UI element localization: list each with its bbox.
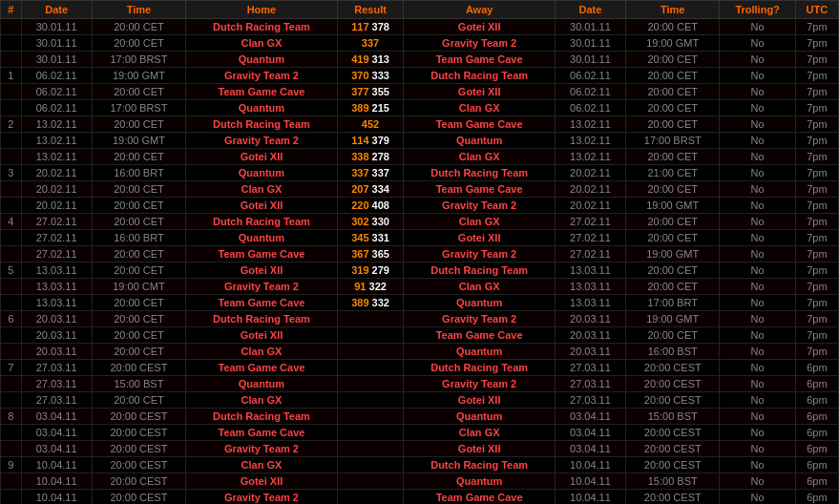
cell-col-date: 10.04.11 [21,490,92,505]
col-header-result: Result [337,1,404,19]
cell-col-time: 20:00 CEST [92,490,186,505]
cell-col-utc: 6pm [795,409,838,425]
cell-col-utc: 6pm [795,490,838,505]
result-cell [337,425,404,441]
cell-col-time: 20:00 CEST [625,392,720,409]
cell-col-date: 06.02.11 [555,84,625,100]
cell-col-home: Gravity Team 2 [186,68,337,84]
cell-col-home: Quantum [186,100,337,116]
cell-col-time: 20:00 CET [92,262,186,279]
cell-col-away: Quantum [404,295,555,311]
table-row: 20.03.1120:00 CETGotei XIITeam Game Cave… [1,327,839,344]
table-row: 30.01.1117:00 BRSTQuantum419 313Team Gam… [1,52,839,68]
table-row: 20.02.1120:00 CETClan GX207 334Team Game… [1,181,839,198]
cell-col-home: Clan GX [186,344,337,360]
cell-col-utc: 7pm [795,230,838,246]
cell-col-date: 03.04.11 [21,441,92,457]
cell-col-home: Quantum [186,165,337,181]
table-row: 27.03.1115:00 BSTQuantumGravity Team 227… [1,376,839,392]
table-row: 03.04.1120:00 CESTTeam Game CaveClan GX0… [1,425,839,441]
cell-col-trolling: No [720,214,795,230]
cell-col-time: 15:00 BST [92,376,186,392]
cell-col-date: 03.04.11 [21,425,92,441]
cell-col-utc: 7pm [795,295,838,311]
cell-col-date: 30.01.11 [21,35,92,52]
cell-col-utc: 6pm [795,473,838,490]
cell-col-date: 30.01.11 [555,35,625,52]
cell-col-date: 20.02.11 [21,198,92,214]
table-row: 10.04.1120:00 CESTGotei XIIQuantum10.04.… [1,473,839,490]
result-cell [337,409,404,425]
cell-col-date: 20.02.11 [21,165,92,181]
cell-col-trolling: No [720,441,795,457]
cell-col-date: 27.02.11 [21,214,92,230]
table-row: 727.03.1120:00 CESTTeam Game CaveDutch R… [1,360,839,376]
result-cell [337,344,404,360]
table-row: 30.01.1120:00 CETDutch Racing Team117 37… [1,19,839,35]
cell-col-time: 21:00 CET [625,165,720,181]
cell-col-trolling: No [720,19,795,35]
cell-col-date: 13.02.11 [555,116,625,133]
cell-col-utc: 7pm [795,344,838,360]
cell-col-num [1,295,22,311]
cell-col-away: Gotei XII [404,441,555,457]
col-header-date: Date [21,1,92,19]
cell-col-utc: 7pm [795,84,838,100]
cell-col-utc: 6pm [795,441,838,457]
result-cell [337,311,404,327]
cell-col-num [1,230,22,246]
result-cell: 367 365 [337,246,404,262]
cell-col-utc: 7pm [795,35,838,52]
cell-col-date: 06.02.11 [21,84,92,100]
result-cell [337,473,404,490]
cell-col-trolling: No [720,133,795,149]
cell-col-away: Team Game Cave [404,490,555,505]
cell-col-home: Clan GX [186,392,337,409]
cell-col-utc: 6pm [795,457,838,473]
table-row: 513.03.1120:00 CETGotei XII319 279Dutch … [1,262,839,279]
cell-col-time: 20:00 CET [92,116,186,133]
cell-col-away: Team Game Cave [404,52,555,68]
cell-col-date: 13.02.11 [555,149,625,165]
result-cell: 370 333 [337,68,404,84]
cell-col-home: Gravity Team 2 [186,490,337,505]
cell-col-away: Gravity Team 2 [404,246,555,262]
cell-col-trolling: No [720,279,795,295]
cell-col-trolling: No [720,295,795,311]
cell-col-time: 20:00 CET [92,344,186,360]
cell-col-time: 19:00 GMT [625,246,720,262]
cell-col-num: 1 [1,68,22,84]
cell-col-num [1,425,22,441]
cell-col-time: 20:00 CEST [92,441,186,457]
col-header-away: Away [404,1,555,19]
cell-col-num: 2 [1,116,22,133]
cell-col-time: 17:00 BRST [92,52,186,68]
cell-col-home: Gotei XII [186,198,337,214]
table-row: 13.02.1120:00 CETGotei XII338 278Clan GX… [1,149,839,165]
cell-col-home: Gotei XII [186,327,337,344]
cell-col-num [1,133,22,149]
cell-col-date: 20.03.11 [21,327,92,344]
cell-col-away: Clan GX [404,425,555,441]
cell-col-away: Gotei XII [404,19,555,35]
table-row: 13.02.1119:00 GMTGravity Team 2114 379Qu… [1,133,839,149]
table-row: 13.03.1119:00 CMTGravity Team 291 322Cla… [1,279,839,295]
result-cell: 345 331 [337,230,404,246]
cell-col-date: 27.02.11 [555,214,625,230]
cell-col-home: Quantum [186,230,337,246]
cell-col-away: Dutch Racing Team [404,360,555,376]
table-row: 320.02.1116:00 BRTQuantum337 337Dutch Ra… [1,165,839,181]
result-cell: 419 313 [337,52,404,68]
cell-col-time: 20:00 CET [625,19,720,35]
cell-col-utc: 7pm [795,214,838,230]
cell-col-trolling: No [720,490,795,505]
cell-col-time: 20:00 CET [625,52,720,68]
result-cell [337,441,404,457]
cell-col-time: 20:00 CET [625,84,720,100]
result-cell: 389 332 [337,295,404,311]
cell-col-num: 9 [1,457,22,473]
result-cell: 319 279 [337,262,404,279]
cell-col-trolling: No [720,181,795,198]
result-cell: 220 408 [337,198,404,214]
cell-col-num [1,441,22,457]
